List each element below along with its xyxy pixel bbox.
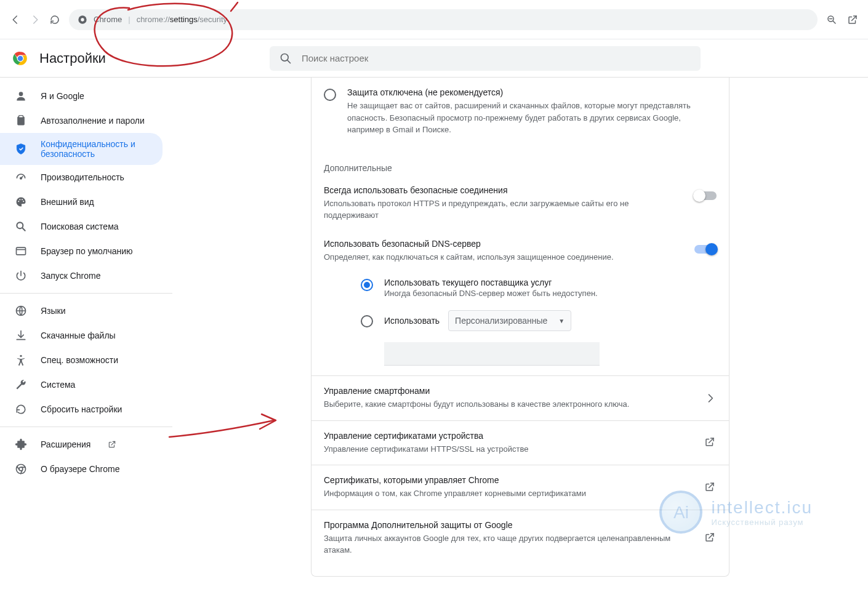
sidebar-item-privacy-security[interactable]: Конфиденциальность и безопасность: [0, 133, 163, 165]
secure-dns-toggle[interactable]: [694, 245, 717, 254]
svg-point-13: [22, 199, 23, 200]
dns-current-provider-option[interactable]: Использовать текущего поставщика услуг И…: [361, 271, 717, 304]
external-link-icon: [704, 481, 717, 494]
manage-phones-row[interactable]: Управление смартфонами Выберите, какие с…: [311, 375, 729, 420]
sidebar-item-label: Расширения: [41, 439, 90, 449]
row-description: Определяет, как подключаться к сайтам, и…: [324, 251, 614, 263]
omnibox-url: chrome://settings/security: [137, 15, 227, 24]
row-description: Выберите, какие смартфоны будут использо…: [324, 398, 629, 411]
chrome-logo-icon: [78, 15, 87, 25]
share-icon[interactable]: [847, 14, 858, 25]
clipboard-icon: [15, 114, 27, 127]
globe-icon: [15, 305, 27, 317]
option-description: Не защищает вас от сайтов, расширений и …: [347, 100, 717, 136]
sidebar-divider: [0, 427, 172, 427]
svg-rect-9: [19, 116, 23, 118]
row-title: Управление смартфонами: [324, 386, 629, 396]
sidebar-item-label: О браузере Chrome: [41, 464, 120, 474]
dns-custom-option[interactable]: Использовать Персонализированные ▼: [361, 304, 717, 337]
sidebar-item-accessibility[interactable]: Спец. возможности: [0, 348, 163, 372]
svg-point-14: [23, 201, 24, 202]
sidebar-item-downloads[interactable]: Скачанные файлы: [0, 323, 163, 348]
sidebar-item-about-chrome[interactable]: О браузере Chrome: [0, 457, 163, 481]
download-icon: [15, 329, 27, 342]
dns-custom-input[interactable]: [384, 342, 600, 366]
row-title: Всегда использовать безопасные соединени…: [324, 185, 685, 195]
option-title: Защита отключена (не рекомендуется): [347, 87, 717, 97]
always-https-toggle[interactable]: [694, 191, 717, 200]
sidebar: Я и Google Автозаполнение и пароли Конфи…: [0, 78, 172, 589]
sidebar-item-on-startup[interactable]: Запуск Chrome: [0, 263, 163, 288]
accessibility-icon: [15, 354, 27, 366]
forward-button[interactable]: [30, 14, 41, 25]
sidebar-item-label: Внешний вид: [41, 197, 94, 207]
sidebar-item-default-browser[interactable]: Браузер по умолчанию: [0, 239, 163, 263]
advanced-section-label: Дополнительные: [311, 151, 729, 177]
sidebar-item-label: Сбросить настройки: [41, 404, 122, 414]
dns-sub-options: Использовать текущего поставщика услуг И…: [311, 271, 729, 375]
option-title: Использовать текущего поставщика услуг: [384, 278, 598, 287]
manage-device-certificates-row[interactable]: Управление сертификатами устройства Упра…: [311, 420, 729, 465]
reset-icon: [15, 403, 27, 415]
sidebar-item-you-and-google[interactable]: Я и Google: [0, 84, 163, 108]
omnibox-separator: |: [128, 15, 130, 24]
chevron-right-icon: [704, 392, 717, 404]
chrome-managed-certificates-row[interactable]: Сертификаты, которыми управляет Chrome И…: [311, 465, 729, 510]
advanced-protection-row[interactable]: Программа Дополнительной защиты от Googl…: [311, 510, 729, 566]
dns-provider-dropdown[interactable]: Персонализированные ▼: [448, 310, 571, 331]
row-description: Использовать протокол HTTPS и предупрежд…: [324, 198, 685, 222]
back-button[interactable]: [10, 14, 21, 25]
search-icon: [15, 220, 27, 233]
svg-point-11: [18, 201, 19, 202]
sidebar-item-label: Спец. возможности: [41, 355, 118, 365]
sidebar-item-search-engine[interactable]: Поисковая система: [0, 214, 163, 239]
settings-header: Настройки: [0, 39, 868, 78]
row-title: Программа Дополнительной защиты от Googl…: [324, 520, 694, 530]
always-https-row: Всегда использовать безопасные соединени…: [311, 177, 729, 230]
sidebar-item-appearance[interactable]: Внешний вид: [0, 190, 163, 214]
sidebar-item-label: Поисковая система: [41, 222, 119, 231]
browser-toolbar: Chrome | chrome://settings/security: [0, 0, 868, 39]
row-description: Информация о том, как Chrome управляет к…: [324, 487, 586, 500]
zoom-icon[interactable]: [826, 14, 837, 25]
sidebar-item-label: Запуск Chrome: [41, 271, 100, 281]
sidebar-item-label: Конфиденциальность и безопасность: [41, 139, 148, 159]
dropdown-value: Персонализированные: [455, 316, 547, 326]
chrome-outline-icon: [15, 463, 27, 475]
external-link-icon: [108, 440, 116, 449]
svg-point-7: [19, 92, 23, 96]
radio-button[interactable]: [361, 315, 373, 327]
external-link-icon: [704, 532, 717, 544]
row-description: Защита личных аккаунтов Google для тех, …: [324, 532, 694, 556]
sidebar-item-autofill[interactable]: Автозаполнение и пароли: [0, 108, 163, 133]
reload-button[interactable]: [49, 14, 60, 25]
sidebar-item-label: Производительность: [41, 172, 124, 182]
sidebar-item-performance[interactable]: Производительность: [0, 165, 163, 190]
window-icon: [15, 245, 27, 257]
radio-button[interactable]: [324, 89, 336, 101]
svg-point-1: [81, 18, 84, 21]
wrench-icon: [15, 379, 27, 391]
settings-search[interactable]: [270, 46, 701, 71]
radio-button[interactable]: [361, 279, 373, 291]
speedometer-icon: [15, 171, 27, 183]
chevron-down-icon: ▼: [558, 318, 565, 324]
no-protection-option[interactable]: Защита отключена (не рекомендуется) Не з…: [311, 78, 729, 151]
sidebar-item-label: Автозаполнение и пароли: [41, 116, 145, 126]
sidebar-item-label: Скачанные файлы: [41, 331, 116, 340]
svg-rect-16: [17, 247, 26, 255]
sidebar-item-languages[interactable]: Языки: [0, 299, 163, 323]
row-title: Сертификаты, которыми управляет Chrome: [324, 475, 586, 485]
option-description: Иногда безопасный DNS-сервер может быть …: [384, 289, 598, 298]
page-title: Настройки: [39, 50, 261, 66]
power-icon: [15, 270, 27, 282]
sidebar-item-extensions[interactable]: Расширения: [0, 432, 163, 457]
external-link-icon: [704, 436, 717, 449]
palette-icon: [15, 196, 27, 208]
address-bar[interactable]: Chrome | chrome://settings/security: [69, 9, 818, 30]
settings-search-input[interactable]: [300, 52, 691, 64]
sidebar-item-system[interactable]: Система: [0, 372, 163, 397]
settings-card: Защита отключена (не рекомендуется) Не з…: [311, 78, 729, 577]
sidebar-item-reset[interactable]: Сбросить настройки: [0, 397, 163, 422]
secure-dns-row: Использовать безопасный DNS-сервер Опред…: [311, 230, 729, 272]
